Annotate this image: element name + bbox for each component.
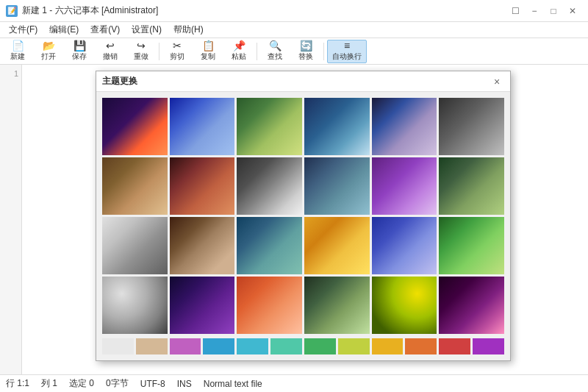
- toolbar-save[interactable]: 💾 保存: [65, 40, 94, 63]
- theme-cell-19[interactable]: [102, 277, 168, 334]
- replace-label: 替换: [298, 51, 313, 62]
- toolbar-copy[interactable]: 📋 复制: [193, 40, 223, 63]
- editor-area[interactable]: 主题更换 ×: [22, 65, 588, 374]
- window-title: 新建 1 - 六六记事本 [Administrator]: [22, 4, 158, 17]
- theme-cell-18[interactable]: [439, 217, 504, 274]
- toolbar-wordwrap[interactable]: ≡ 自动换行: [327, 40, 367, 63]
- theme-cell-5[interactable]: [372, 98, 437, 155]
- status-encoding: UTF-8: [140, 379, 165, 389]
- minimize-btn[interactable]: −: [525, 4, 544, 18]
- toolbar-open[interactable]: 📂 打开: [34, 40, 63, 63]
- paste-label: 粘贴: [232, 51, 246, 62]
- theme-cell-23[interactable]: [372, 277, 437, 334]
- open-label: 打开: [41, 51, 56, 62]
- status-col: 列 1: [41, 377, 57, 390]
- theme-cell-2[interactable]: [170, 98, 235, 155]
- swatch-1[interactable]: [102, 338, 134, 354]
- theme-cell-15[interactable]: [237, 217, 302, 274]
- theme-cell-11[interactable]: [372, 157, 437, 215]
- theme-cell-3[interactable]: [237, 98, 302, 155]
- find-label: 查找: [268, 51, 282, 62]
- toolbar-redo[interactable]: ↪ 重做: [126, 40, 156, 63]
- wordwrap-icon: ≡: [344, 40, 350, 51]
- theme-cell-9[interactable]: [237, 157, 302, 215]
- title-bar-controls: ☐ − □ ✕: [506, 4, 582, 18]
- new-label: 新建: [10, 51, 25, 62]
- toolbar-new[interactable]: 📄 新建: [3, 40, 32, 63]
- swatch-8[interactable]: [338, 338, 370, 354]
- swatch-11[interactable]: [439, 338, 470, 354]
- swatch-7[interactable]: [304, 338, 336, 354]
- dialog-title: 主题更换: [102, 75, 137, 88]
- theme-cell-14[interactable]: [170, 217, 235, 274]
- swatch-10[interactable]: [405, 338, 437, 354]
- theme-cell-22[interactable]: [304, 277, 370, 334]
- theme-cell-10[interactable]: [304, 157, 370, 215]
- maximize-btn[interactable]: □: [544, 4, 563, 18]
- status-chars: 0字节: [106, 377, 129, 390]
- menu-help[interactable]: 帮助(H): [168, 22, 209, 38]
- theme-cell-1[interactable]: [102, 98, 168, 155]
- toolbar-sep-3: [323, 43, 324, 60]
- undo-label: 撤销: [103, 51, 118, 62]
- redo-icon: ↪: [137, 40, 146, 51]
- swatch-3[interactable]: [170, 338, 201, 354]
- save-icon: 💾: [74, 40, 86, 51]
- wordwrap-label: 自动换行: [332, 51, 362, 62]
- dialog-close-button[interactable]: ×: [490, 74, 504, 89]
- status-row: 行 1:1: [6, 377, 29, 390]
- status-selection: 选定 0: [69, 377, 94, 390]
- swatch-9[interactable]: [372, 338, 404, 354]
- toolbar-undo[interactable]: ↩ 撤销: [96, 40, 125, 63]
- status-bar: 行 1:1 列 1 选定 0 0字节 UTF-8 INS Normal text…: [0, 374, 588, 392]
- theme-cell-6[interactable]: [439, 98, 504, 155]
- dialog-title-bar: 主题更换 ×: [96, 71, 510, 92]
- swatch-6[interactable]: [270, 338, 302, 354]
- theme-dialog: 主题更换 ×: [96, 71, 511, 361]
- cut-icon: ✂: [173, 40, 182, 51]
- toolbar-replace[interactable]: 🔄 替换: [291, 40, 320, 63]
- theme-cell-4[interactable]: [304, 98, 370, 155]
- menu-edit[interactable]: 编辑(E): [43, 22, 85, 38]
- close-btn[interactable]: ✕: [563, 4, 582, 18]
- swatch-4[interactable]: [203, 338, 234, 354]
- menu-view[interactable]: 查看(V): [85, 22, 126, 38]
- theme-cell-8[interactable]: [170, 157, 235, 215]
- status-mode: INS: [177, 379, 192, 389]
- theme-cell-12[interactable]: [439, 157, 504, 215]
- main-area: 1 主题更换 ×: [0, 65, 588, 374]
- line-num-1: 1: [0, 68, 18, 81]
- dialog-body: [96, 92, 510, 360]
- toolbar: 📄 新建 📂 打开 💾 保存 ↩ 撤销 ↪ 重做 ✂ 剪切 📋 复制 📌 粘贴 …: [0, 38, 588, 65]
- line-numbers: 1: [0, 65, 22, 374]
- toolbar-sep-2: [257, 43, 257, 60]
- color-swatches: [102, 338, 504, 354]
- cut-label: 剪切: [170, 51, 184, 62]
- replace-icon: 🔄: [300, 40, 312, 51]
- toolbar-cut[interactable]: ✂ 剪切: [162, 40, 192, 63]
- swatch-12[interactable]: [473, 338, 504, 354]
- menu-file[interactable]: 文件(F): [3, 22, 43, 38]
- new-icon: 📄: [12, 40, 24, 51]
- toolbar-paste[interactable]: 📌 粘贴: [224, 40, 254, 63]
- theme-cell-21[interactable]: [237, 277, 302, 334]
- swatch-5[interactable]: [237, 338, 268, 354]
- theme-cell-7[interactable]: [102, 157, 168, 215]
- copy-label: 复制: [201, 51, 215, 62]
- status-filetype: Normal text file: [204, 379, 262, 389]
- swatch-2[interactable]: [136, 338, 168, 354]
- save-label: 保存: [72, 51, 87, 62]
- restore-btn[interactable]: ☐: [506, 4, 525, 18]
- toolbar-find[interactable]: 🔍 查找: [260, 40, 290, 63]
- find-icon: 🔍: [269, 40, 282, 51]
- title-bar-left: 📝 新建 1 - 六六记事本 [Administrator]: [6, 4, 158, 17]
- menu-settings[interactable]: 设置(N): [126, 22, 168, 38]
- theme-cell-17[interactable]: [372, 217, 437, 274]
- open-icon: 📂: [43, 40, 55, 51]
- theme-cell-13[interactable]: [102, 217, 168, 274]
- copy-icon: 📋: [202, 40, 215, 51]
- theme-cell-16[interactable]: [304, 217, 370, 274]
- theme-cell-24[interactable]: [439, 277, 504, 334]
- theme-cell-20[interactable]: [170, 277, 235, 334]
- title-bar: 📝 新建 1 - 六六记事本 [Administrator] ☐ − □ ✕: [0, 0, 588, 22]
